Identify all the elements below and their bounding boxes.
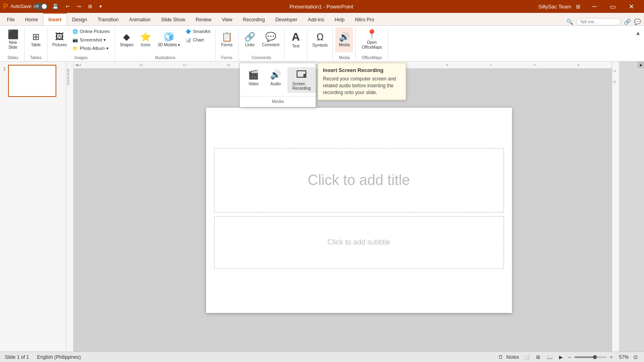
forms-icon: 📋: [221, 33, 232, 41]
chart-button[interactable]: 📊 Chart: [183, 36, 213, 44]
save-button[interactable]: 💾: [50, 3, 61, 10]
zoom-fill: [574, 356, 594, 358]
text-label: Text: [292, 44, 299, 49]
zoom-level[interactable]: 57%: [616, 354, 629, 360]
audio-button[interactable]: 🔊 Audio: [265, 67, 286, 93]
comments-icon: 💬: [634, 19, 641, 25]
ribbon-collapse-area: ▲: [632, 27, 644, 61]
status-right: 🗒 Notes ⬜ ⊞ 📖 ▶ ─ + 57% ⊡: [498, 354, 639, 361]
tab-transition[interactable]: Transition: [92, 13, 124, 25]
officemaps-group-label: OfficeMaps: [362, 56, 382, 61]
zoom-slider[interactable]: [574, 356, 607, 358]
tab-addins[interactable]: Add-ins: [303, 13, 330, 25]
restore-button[interactable]: ▭: [604, 0, 622, 13]
table-button[interactable]: ⊞ Table: [27, 27, 45, 52]
chart-icon: 📊: [186, 37, 191, 43]
audio-label: Audio: [270, 82, 281, 86]
media-label: Media: [339, 43, 350, 47]
smartart-button[interactable]: 🔷 SmartArt: [183, 27, 213, 35]
links-icon: 🔗: [244, 33, 255, 41]
shapes-icon: ◆: [123, 33, 130, 41]
tab-nitropro[interactable]: Nitro Pro: [350, 13, 379, 25]
media-button[interactable]: 🔊 Media: [335, 27, 353, 52]
tab-home[interactable]: Home: [20, 13, 43, 25]
zoom-thumb[interactable]: [593, 355, 597, 359]
pictures-label: Pictures: [52, 43, 67, 47]
slide-sorter-button[interactable]: ⊞: [535, 354, 542, 361]
right-margin-area: ▲ 14 16: [612, 62, 644, 352]
autosave-toggle[interactable]: Off: [33, 3, 47, 10]
tab-animation[interactable]: Animation: [124, 13, 156, 25]
symbols-button[interactable]: Ω Symbols: [310, 27, 330, 52]
ribbon-tabs: File Home Insert Design Transition Anima…: [0, 13, 644, 26]
tab-developer[interactable]: Developer: [270, 13, 303, 25]
title-bar-right: SillySac Team ⊞ ─ ▭ ✕: [539, 0, 641, 13]
images-small-group: 🌐 Online Pictures 📷 Screenshot ▾ 📁 Photo…: [70, 27, 112, 52]
title-placeholder-text: Click to add title: [308, 172, 410, 189]
slide-canvas[interactable]: Click to add title Click to add subtitle: [206, 108, 512, 313]
qat-dropdown-button[interactable]: ▾: [97, 3, 104, 10]
collapse-ribbon-button[interactable]: ▲: [634, 29, 642, 37]
zoom-out-icon[interactable]: ─: [568, 354, 571, 360]
tab-recording[interactable]: Recording: [237, 13, 270, 25]
3d-models-label: 3D Models ▾: [158, 43, 180, 47]
tab-insert[interactable]: Insert: [43, 13, 67, 25]
notes-icon: 🗒: [498, 354, 503, 360]
icons-button[interactable]: ⭐ Icons: [137, 27, 155, 52]
comment-button[interactable]: 💬 Comment: [260, 27, 282, 52]
tab-help[interactable]: Help: [329, 13, 350, 25]
qat-customize-button[interactable]: ⊞: [86, 3, 95, 10]
zoom-in-icon[interactable]: +: [610, 354, 613, 360]
subtitle-placeholder[interactable]: Click to add subtitle: [214, 216, 504, 269]
ribbon: File Home Insert Design Transition Anima…: [0, 13, 644, 62]
title-placeholder[interactable]: Click to add title: [214, 148, 504, 212]
smartart-icon: 🔷: [186, 29, 191, 34]
pictures-button[interactable]: 🖼 Pictures: [50, 27, 69, 52]
officemaps-group-items: 📍 OpenOfficeMaps: [360, 27, 384, 56]
reading-view-button[interactable]: 📖: [545, 354, 554, 361]
links-button[interactable]: 🔗 Links: [241, 27, 259, 52]
open-officemaps-button[interactable]: 📍 OpenOfficeMaps: [360, 27, 384, 52]
title-bar-left: P AutoSave Off 💾 ↩ ↪ ⊞ ▾: [3, 2, 104, 11]
tab-file[interactable]: File: [2, 13, 20, 25]
video-button[interactable]: 🎬 Video: [243, 67, 264, 93]
video-icon: 🎬: [248, 70, 259, 80]
photo-album-button[interactable]: 📁 Photo Album ▾: [70, 44, 112, 52]
tab-review[interactable]: Review: [190, 13, 217, 25]
shapes-button[interactable]: ◆ Shapes: [118, 27, 136, 52]
screenshot-button[interactable]: 📷 Screenshot ▾: [70, 36, 112, 44]
share-icon: 🔗: [624, 19, 631, 25]
minimize-button[interactable]: ─: [585, 0, 604, 13]
screen-recording-button[interactable]: + ScreenRecording Insert Screen Recordin…: [287, 67, 316, 93]
tab-slideshow[interactable]: Slide Show: [156, 13, 190, 25]
slide-number: 1: [3, 66, 6, 71]
text-button[interactable]: A Text: [287, 27, 305, 52]
screenshot-icon: 📷: [72, 37, 78, 43]
tab-view[interactable]: View: [217, 13, 237, 25]
scroll-up-button[interactable]: ▲: [638, 62, 644, 68]
3d-models-button[interactable]: 🧊 3D Models ▾: [155, 27, 183, 52]
forms-label: Forms: [221, 43, 232, 47]
tell-me-input[interactable]: [576, 18, 621, 25]
slides-group-items: ⬛ NewSlide: [4, 27, 22, 56]
normal-view-button[interactable]: ⬜: [522, 354, 531, 361]
tab-design[interactable]: Design: [67, 13, 92, 25]
undo-button[interactable]: ↩: [63, 3, 72, 10]
fit-slide-button[interactable]: ⊡: [632, 354, 639, 361]
new-slide-button[interactable]: ⬛ NewSlide: [4, 27, 22, 52]
tables-group-label: Tables: [30, 56, 42, 61]
close-button[interactable]: ✕: [622, 0, 641, 13]
links-group-label: Comments: [252, 56, 271, 61]
notes-label[interactable]: Notes: [506, 354, 519, 360]
app-icon: P: [3, 2, 8, 11]
shapes-label: Shapes: [120, 43, 134, 47]
search-icon: 🔍: [566, 19, 573, 25]
slideshow-view-button[interactable]: ▶: [557, 354, 564, 361]
screen-recording-label: ScreenRecording: [292, 82, 311, 90]
slide-preview[interactable]: [8, 65, 56, 97]
canvas-area[interactable]: ◀16 14 12 10 8 6 4 2 0 2 4 6 ▶ 8 6 4: [66, 62, 644, 352]
redo-button[interactable]: ↪: [74, 3, 83, 10]
forms-button[interactable]: 📋 Forms: [218, 27, 236, 52]
forms-group: 📋 Forms Forms: [216, 27, 239, 61]
online-pictures-button[interactable]: 🌐 Online Pictures: [70, 27, 112, 35]
